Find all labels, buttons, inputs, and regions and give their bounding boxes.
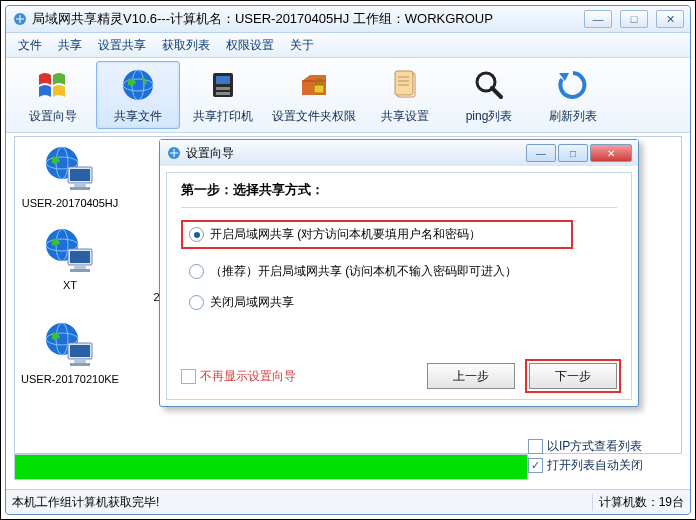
dialog-icon: [166, 145, 182, 161]
radio-icon: [189, 264, 204, 279]
maximize-button[interactable]: □: [620, 10, 648, 28]
svg-rect-6: [216, 87, 230, 90]
svg-point-1: [123, 70, 153, 100]
check-label: 不再显示设置向导: [200, 368, 296, 385]
check-ip-view[interactable]: 以IP方式查看列表: [528, 438, 680, 455]
svg-rect-22: [70, 187, 90, 190]
computer-icon: [42, 321, 98, 371]
svg-rect-90: [70, 345, 90, 357]
tool-label: 共享设置: [381, 108, 429, 125]
tool-label: 设置向导: [29, 108, 77, 125]
next-button[interactable]: 下一步: [529, 363, 617, 389]
tool-folder-perm[interactable]: 设置文件夹权限: [266, 62, 362, 128]
tool-label: 共享打印机: [193, 108, 253, 125]
tool-wizard[interactable]: 设置向导: [12, 62, 94, 128]
tool-share-printer[interactable]: 共享打印机: [182, 62, 264, 128]
computer-label: USER-20170405HJ: [22, 197, 119, 209]
prev-button[interactable]: 上一步: [427, 363, 515, 389]
menu-perm[interactable]: 权限设置: [218, 35, 282, 56]
menu-get-list[interactable]: 获取列表: [154, 35, 218, 56]
check-label: 以IP方式查看列表: [547, 438, 642, 455]
computer-label: USER-20170210KE: [21, 373, 119, 385]
radio-icon: [189, 227, 204, 242]
toolbar: 设置向导 共享文件 共享打印机 设置文件夹权限: [6, 58, 690, 133]
svg-rect-8: [314, 85, 324, 93]
svg-rect-56: [74, 265, 86, 269]
close-button[interactable]: ✕: [656, 10, 684, 28]
svg-rect-5: [216, 76, 230, 84]
computer-item[interactable]: XT: [21, 227, 119, 303]
radio-option-0[interactable]: 开启局域网共享 (对方访问本机要填用户名和密码）: [189, 226, 565, 243]
menu-file[interactable]: 文件: [10, 35, 50, 56]
menu-share[interactable]: 共享: [50, 35, 90, 56]
computer-item[interactable]: USER-20170405HJ: [21, 145, 119, 209]
app-icon: [12, 11, 28, 27]
folder-lock-icon: [295, 66, 333, 104]
svg-rect-21: [74, 183, 86, 187]
computer-icon: [42, 145, 98, 195]
dialog-maximize-button[interactable]: □: [558, 144, 588, 162]
svg-rect-20: [70, 169, 90, 181]
status-right: 计算机数：19台: [592, 494, 684, 511]
progress-bar: [14, 454, 528, 480]
tool-label: 设置文件夹权限: [272, 108, 356, 125]
dialog-close-button[interactable]: ✕: [590, 144, 632, 162]
checkbox-icon: [181, 369, 196, 384]
check-label: 打开列表自动关闭: [547, 457, 643, 474]
checkbox-icon: ✓: [528, 458, 543, 473]
svg-rect-55: [70, 251, 90, 263]
svg-rect-91: [74, 359, 86, 363]
dialog-minimize-button[interactable]: —: [526, 144, 556, 162]
radio-option-1[interactable]: （推荐）开启局域网共享 (访问本机不输入密码即可进入）: [189, 263, 617, 280]
refresh-icon: [554, 66, 592, 104]
windows-flag-icon: [34, 66, 72, 104]
radio-label: 开启局域网共享 (对方访问本机要填用户名和密码）: [210, 226, 481, 243]
computer-icon: [42, 227, 98, 277]
divider: [181, 207, 617, 208]
checkbox-icon: [528, 439, 543, 454]
tool-share-settings[interactable]: 共享设置: [364, 62, 446, 128]
menu-about[interactable]: 关于: [282, 35, 322, 56]
minimize-button[interactable]: —: [584, 10, 612, 28]
tool-label: ping列表: [466, 108, 513, 125]
printer-icon: [204, 66, 242, 104]
check-no-again[interactable]: 不再显示设置向导: [181, 368, 296, 385]
dialog-step-label: 第一步：选择共享方式：: [181, 181, 617, 199]
wizard-dialog: 设置向导 — □ ✕ 第一步：选择共享方式： 开启局域网共享 (对方访问本机要填…: [159, 139, 639, 407]
status-bar: 本机工作组计算机获取完毕! 计算机数：19台: [6, 489, 690, 514]
window-title: 局域网共享精灵V10.6---计算机名：USER-20170405HJ 工作组：…: [32, 10, 584, 28]
radio-option-2[interactable]: 关闭局域网共享: [189, 294, 617, 311]
radio-label: （推荐）开启局域网共享 (访问本机不输入密码即可进入）: [210, 263, 517, 280]
tool-label: 刷新列表: [549, 108, 597, 125]
tool-refresh[interactable]: 刷新列表: [532, 62, 614, 128]
radio-label: 关闭局域网共享: [210, 294, 294, 311]
check-auto-close[interactable]: ✓ 打开列表自动关闭: [528, 457, 680, 474]
svg-rect-92: [70, 363, 90, 366]
computer-item[interactable]: USER-20170210KE: [21, 321, 119, 385]
radio-icon: [189, 295, 204, 310]
svg-line-15: [492, 88, 501, 97]
svg-rect-57: [70, 269, 90, 272]
svg-rect-7: [216, 92, 230, 95]
tool-label: 共享文件: [114, 108, 162, 125]
computer-label: XT: [63, 279, 77, 291]
magnifier-icon: [470, 66, 508, 104]
menu-bar: 文件 共享 设置共享 获取列表 权限设置 关于: [6, 33, 690, 58]
tool-ping-list[interactable]: ping列表: [448, 62, 530, 128]
dialog-title: 设置向导: [186, 145, 526, 162]
settings-sheet-icon: [386, 66, 424, 104]
svg-rect-10: [395, 71, 413, 95]
globe-icon: [119, 66, 157, 104]
status-left: 本机工作组计算机获取完毕!: [12, 494, 159, 511]
menu-set-share[interactable]: 设置共享: [90, 35, 154, 56]
tool-share-file[interactable]: 共享文件: [96, 61, 180, 129]
